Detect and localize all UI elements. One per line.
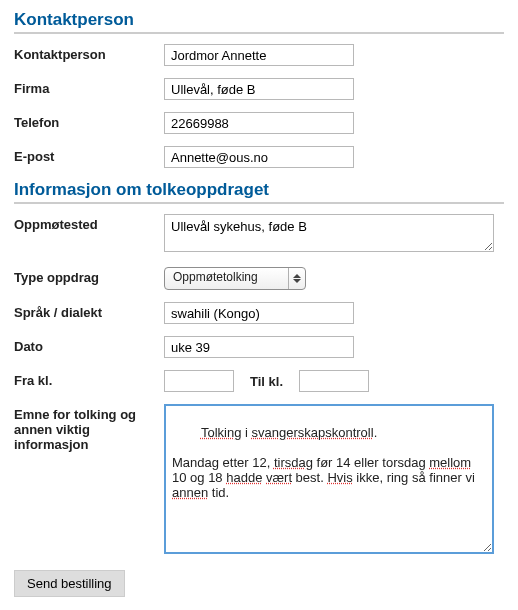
input-email[interactable] (164, 146, 354, 168)
row-language: Språk / dialekt (14, 296, 504, 330)
input-firm[interactable] (164, 78, 354, 100)
select-job-type[interactable]: Oppmøtetolking (164, 267, 306, 290)
label-date: Dato (14, 336, 164, 354)
row-firm: Firma (14, 72, 504, 106)
label-to-time: Til kl. (246, 374, 287, 389)
label-contact-person: Kontaktperson (14, 44, 164, 62)
input-language[interactable] (164, 302, 354, 324)
row-meeting-place: Oppmøtested (14, 208, 504, 261)
row-subject: Emne for tolking og annen viktig informa… (14, 398, 504, 560)
textarea-subject[interactable]: Tolking i svangerskapskontroll.Mandag et… (164, 404, 494, 554)
label-firm: Firma (14, 78, 164, 96)
row-submit: Send bestilling (14, 560, 504, 597)
label-subject: Emne for tolking og annen viktig informa… (14, 404, 164, 452)
row-phone: Telefon (14, 106, 504, 140)
row-date: Dato (14, 330, 504, 364)
section-kontaktperson-heading: Kontaktperson (14, 10, 504, 34)
row-time: Fra kl. Til kl. (14, 364, 504, 398)
input-contact-person[interactable] (164, 44, 354, 66)
row-job-type: Type oppdrag Oppmøtetolking (14, 261, 504, 296)
submit-button[interactable]: Send bestilling (14, 570, 125, 597)
textarea-meeting-place[interactable] (164, 214, 494, 252)
label-from-time: Fra kl. (14, 370, 164, 388)
section-tolkeoppdraget-heading: Informasjon om tolkeoppdraget (14, 180, 504, 204)
input-from-time[interactable] (164, 370, 234, 392)
row-contact-person: Kontaktperson (14, 38, 504, 72)
label-meeting-place: Oppmøtested (14, 214, 164, 232)
row-email: E-post (14, 140, 504, 174)
input-date[interactable] (164, 336, 354, 358)
select-job-type-value: Oppmøtetolking (165, 268, 288, 289)
input-phone[interactable] (164, 112, 354, 134)
select-stepper-icon (288, 268, 305, 289)
chevron-up-icon (293, 274, 301, 278)
label-email: E-post (14, 146, 164, 164)
input-to-time[interactable] (299, 370, 369, 392)
label-job-type: Type oppdrag (14, 267, 164, 285)
label-language: Språk / dialekt (14, 302, 164, 320)
label-phone: Telefon (14, 112, 164, 130)
chevron-down-icon (293, 279, 301, 283)
